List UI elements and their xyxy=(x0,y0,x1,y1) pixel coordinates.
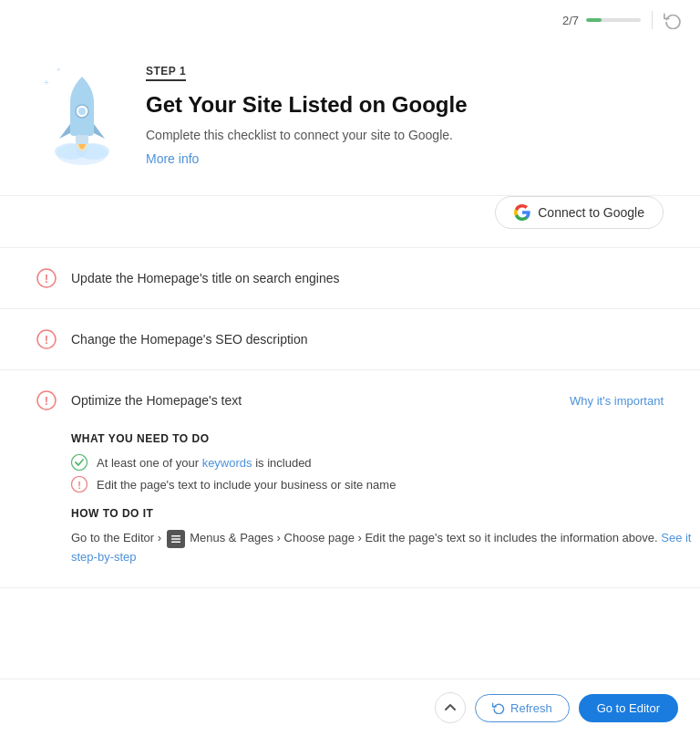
svg-text:!: ! xyxy=(45,272,48,285)
chevron-up-icon xyxy=(444,701,457,714)
how-section-title: HOW TO DO IT xyxy=(71,507,698,520)
hero-title: Get Your Site Listed on Google xyxy=(146,90,664,119)
connect-to-google-button[interactable]: Connect to Google xyxy=(495,196,664,229)
check-item-2-text: Edit the page's text to include your bus… xyxy=(97,478,396,492)
svg-point-8 xyxy=(78,108,86,115)
item-label-3: Optimize the Homepage's text xyxy=(71,393,555,408)
check-item-1-text: At least one of your keywords is include… xyxy=(97,456,312,470)
google-icon xyxy=(514,204,530,221)
what-section-title: WHAT YOU NEED TO DO xyxy=(71,432,698,445)
how-to-do-section: HOW TO DO IT Go to the Editor › Menus & … xyxy=(71,507,698,567)
refresh-icon xyxy=(492,701,505,714)
bottom-bar: Refresh Go to Editor xyxy=(0,679,700,736)
item-label-2: Change the Homepage's SEO description xyxy=(71,332,664,347)
checklist-item-header-3: ! Optimize the Homepage's text Why it's … xyxy=(36,390,664,410)
refresh-btn-label: Refresh xyxy=(510,701,552,715)
more-info-link[interactable]: More info xyxy=(146,151,199,166)
go-to-editor-button[interactable]: Go to Editor xyxy=(579,694,678,722)
see-step-link[interactable]: See it step-by-step xyxy=(71,531,691,564)
svg-rect-9 xyxy=(76,135,88,144)
go-to-editor-label: Go to Editor xyxy=(597,701,660,715)
connect-btn-label: Connect to Google xyxy=(538,205,644,220)
hero-section: + + + STEP 1 Get Your Site Li xyxy=(0,40,700,196)
progress-text: 2/7 xyxy=(562,14,579,27)
top-bar-divider xyxy=(652,11,653,29)
hero-description: Complete this checklist to connect your … xyxy=(146,126,664,145)
checklist-item-title: ! Update the Homepage's title on search … xyxy=(0,248,700,309)
svg-rect-20 xyxy=(171,538,180,540)
collapse-button[interactable] xyxy=(435,692,466,723)
progress-fill xyxy=(586,18,602,22)
refresh-icon-top[interactable] xyxy=(664,11,682,29)
connect-btn-section: Connect to Google xyxy=(0,196,700,248)
menu-inline-svg xyxy=(170,534,181,544)
hero-content: STEP 1 Get Your Site Listed on Google Co… xyxy=(146,58,664,167)
refresh-button[interactable]: Refresh xyxy=(475,694,570,722)
progress-track xyxy=(586,18,641,22)
keywords-link[interactable]: keywords xyxy=(202,456,252,470)
svg-text:+: + xyxy=(44,78,49,88)
checklist-item-text: ! Optimize the Homepage's text Why it's … xyxy=(0,370,700,588)
step-label: STEP 1 xyxy=(146,65,186,81)
warning-icon-1: ! xyxy=(36,268,57,288)
success-icon xyxy=(71,454,88,471)
checklist-item-seo: ! Change the Homepage's SEO description xyxy=(0,309,700,370)
svg-text:+: + xyxy=(57,66,61,74)
what-you-need-section: WHAT YOU NEED TO DO At least one of your… xyxy=(71,432,698,492)
warning-check-icon: ! xyxy=(71,476,88,492)
svg-text:!: ! xyxy=(45,394,48,408)
menus-pages-icon xyxy=(167,530,185,548)
progress-indicator: 2/7 xyxy=(562,14,641,27)
top-bar: 2/7 xyxy=(0,0,700,40)
svg-rect-19 xyxy=(171,535,180,537)
expanded-content: WHAT YOU NEED TO DO At least one of your… xyxy=(71,432,698,567)
why-important-link[interactable]: Why it's important xyxy=(570,394,664,408)
svg-text:!: ! xyxy=(77,480,81,491)
svg-text:!: ! xyxy=(45,333,48,347)
svg-rect-21 xyxy=(171,541,180,543)
warning-icon-2: ! xyxy=(36,329,57,349)
check-item-business: ! Edit the page's text to include your b… xyxy=(71,476,698,492)
check-item-keywords: At least one of your keywords is include… xyxy=(71,454,698,471)
item-label-1: Update the Homepage's title on search en… xyxy=(71,271,664,285)
svg-point-16 xyxy=(72,455,88,471)
warning-icon-3: ! xyxy=(36,390,57,410)
how-to-text: Go to the Editor › Menus & Pages › Choos… xyxy=(71,529,698,567)
hero-image: + + + xyxy=(36,58,128,168)
